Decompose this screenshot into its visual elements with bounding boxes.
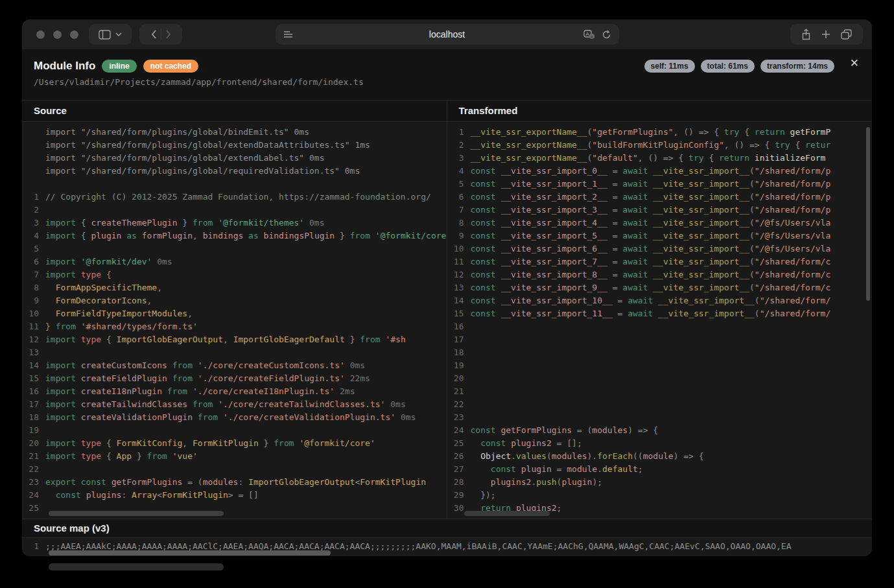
code-line: 27 const plugin = module.default;	[447, 463, 873, 476]
code-token: (	[749, 257, 755, 266]
back-icon[interactable]	[151, 30, 157, 39]
code-token: const	[471, 205, 501, 215]
code-line: 18import createValidationPlugin from './…	[22, 411, 447, 424]
line-number: 19	[22, 424, 39, 437]
code-token: __vite_ssr_import_11__	[500, 309, 612, 318]
transformed-code[interactable]: 1__vite_ssr_exportName__("getFormPlugins…	[447, 122, 873, 519]
code-token: modules	[203, 477, 239, 487]
code-line: 8 FormAppSpecificTheme,	[22, 281, 447, 294]
sidebar-toggle-button[interactable]	[89, 24, 132, 45]
line-number: 17	[447, 333, 464, 346]
timing-badges: self: 11ms total: 61ms transform: 14ms	[644, 60, 834, 73]
source-code[interactable]: import "/shared/form/plugins/global/bind…	[22, 122, 447, 519]
code-line: 17	[447, 333, 873, 346]
code-line: 16import createI18nPlugin from './core/c…	[22, 385, 447, 398]
code-token: await	[628, 309, 658, 318]
code-token: plugin	[561, 477, 592, 487]
code-token: from	[187, 399, 218, 409]
code-token: ,	[187, 309, 193, 318]
code-line: 9 FormDecoratorIcons,	[22, 294, 447, 307]
code-token: 0ms	[304, 218, 324, 228]
new-tab-icon[interactable]	[821, 30, 830, 39]
code-token: return	[755, 127, 785, 137]
code-token: __vite_ssr_import__	[653, 244, 749, 253]
url-text[interactable]: localhost	[276, 29, 619, 40]
share-icon[interactable]	[801, 29, 811, 40]
code-token: modules	[552, 451, 587, 461]
code-line: 10const __vite_ssr_import_6__ = await __…	[447, 242, 873, 255]
code-token: "/shared/form/p	[755, 205, 830, 215]
code-token: "/shared/form/p	[755, 192, 830, 202]
code-token: =	[607, 231, 622, 241]
code-token: {	[739, 127, 754, 137]
sourcemap-title: Source map (v3)	[22, 519, 872, 537]
code-token: type	[81, 451, 106, 461]
address-bar[interactable]: localhost Ax	[276, 24, 619, 45]
line-number: 6	[22, 255, 39, 268]
code-token: );	[592, 477, 602, 487]
code-line: 17import createTailwindClasses from './c…	[22, 398, 447, 411]
sourcemap-code[interactable]: 1;;;AAEA;AAAkC;AAAA;AAAA;AAAA;AAClC;AAEA…	[22, 537, 872, 556]
transformed-vscrollbar[interactable]	[866, 127, 870, 301]
code-token: plugins2	[491, 477, 532, 487]
code-token: ;	[557, 503, 562, 513]
code-token: await	[622, 218, 653, 228]
code-line: 13const __vite_ssr_import_9__ = await __…	[447, 281, 873, 294]
close-window-button[interactable]	[36, 30, 45, 39]
code-line: 20import type { FormKitConfig, FormKitPl…	[22, 437, 447, 450]
code-token: const	[471, 179, 501, 189]
code-token: await	[622, 231, 653, 241]
code-token: "getFormPlugins"	[592, 127, 673, 137]
code-token: __vite_ssr_import__	[658, 296, 755, 305]
code-token: 'vue'	[172, 451, 198, 461]
code-line	[22, 178, 447, 191]
page-hscrollbar[interactable]	[49, 563, 224, 570]
code-token: {	[106, 438, 117, 448]
code-line: 5const __vite_ssr_import_1__ = await __v…	[447, 178, 873, 191]
tab-overview-icon[interactable]	[841, 29, 852, 40]
code-line: 23	[447, 411, 873, 424]
transformed-panel-title: Transformed	[447, 100, 873, 122]
code-token: default	[602, 464, 638, 474]
code-line: 22	[22, 463, 447, 476]
code-token: const	[471, 296, 501, 305]
code-token: __vite_ssr_import_6__	[500, 244, 607, 253]
code-token: __vite_ssr_import__	[653, 283, 749, 292]
code-token: <	[157, 490, 162, 500]
source-hscrollbar[interactable]	[49, 511, 224, 516]
code-token: "/shared/form/p	[755, 166, 830, 176]
line-number: 9	[22, 294, 39, 307]
sourcemap-hscrollbar[interactable]	[49, 550, 331, 556]
code-line: import "/shared/form/plugins/global/exte…	[22, 139, 447, 152]
line-number: 10	[22, 307, 39, 320]
minimize-window-button[interactable]	[53, 30, 62, 39]
code-token: =	[607, 244, 622, 253]
line-number: 4	[22, 229, 39, 242]
code-token: try	[724, 127, 739, 137]
forward-icon[interactable]	[165, 30, 171, 39]
line-number: 23	[22, 476, 39, 489]
close-icon[interactable]: ✕	[850, 56, 859, 71]
code-token: from	[167, 373, 198, 383]
line-number: 12	[447, 268, 464, 281]
code-token: const	[471, 244, 501, 253]
line-number: 25	[447, 437, 464, 450]
code-token	[471, 451, 481, 461]
code-token: "/shared/form/c	[755, 283, 830, 292]
code-token: ) => {	[628, 425, 658, 435]
sourcemap-section: Source map (v3) 1;;;AAEA;AAAkC;AAAA;AAAA…	[22, 519, 872, 556]
code-token: FormKitPlugin	[360, 477, 426, 487]
code-line: import "/shared/form/plugins/global/exte…	[22, 152, 447, 165]
code-token: await	[622, 192, 653, 202]
code-line: 21	[447, 385, 873, 398]
transformed-hscrollbar[interactable]	[464, 511, 550, 516]
zoom-window-button[interactable]	[70, 30, 78, 39]
line-number: 15	[22, 372, 39, 385]
code-line: 21import type { App } from 'vue'	[22, 450, 447, 463]
code-token: '@formkit/dev'	[81, 257, 152, 266]
code-token: await	[622, 205, 653, 215]
code-line: 1__vite_ssr_exportName__("getFormPlugins…	[447, 126, 873, 139]
code-token: from	[360, 335, 385, 344]
code-token: '@formkit/core'	[375, 231, 447, 241]
code-token: bindings	[203, 231, 244, 241]
